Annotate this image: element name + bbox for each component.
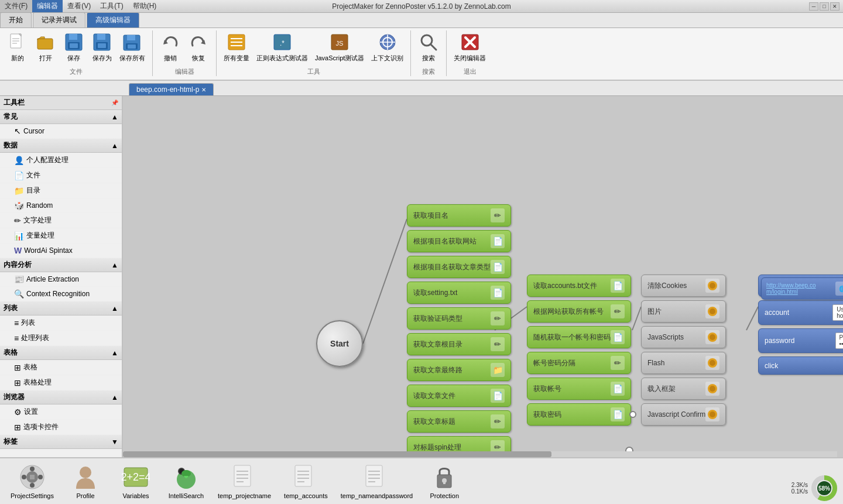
h-scrollbar-thumb[interactable] (123, 451, 551, 457)
bottom-item-projectsettings[interactable]: ProjectSettings (6, 461, 59, 502)
sidebar-item-dir[interactable]: 📁 目录 (0, 183, 122, 198)
node-get-account[interactable]: 获取帐号 📄 (527, 378, 631, 400)
file-section-label: 文件 (70, 67, 83, 76)
tab-project[interactable]: beep.com-en-html-p ✕ (129, 83, 214, 95)
node-javascripts-icon (705, 330, 719, 344)
menu-tabs: 开始 记录并调试 高级编辑器 (0, 13, 843, 28)
menu-help[interactable]: 帮助(H) (128, 0, 162, 12)
node-login-url-block[interactable]: http://www.beep.com/login.html 🌐 (761, 277, 843, 300)
minimize-button[interactable]: ─ (809, 2, 818, 11)
node-get-article-type[interactable]: 根据项目名获取文章类型 📄 (407, 256, 511, 278)
sidebar-item-settings[interactable]: ⚙ 设置 (0, 404, 122, 420)
saveas-button[interactable]: 保存为 (89, 30, 115, 64)
sidebar-item-table[interactable]: ⊞ 表格 (0, 360, 122, 375)
sidebar-item-random[interactable]: 🎲 Random (0, 198, 122, 213)
save-button[interactable]: 保存 (61, 30, 87, 64)
profile-icon (71, 463, 100, 491)
node-images[interactable]: 图片 (641, 300, 726, 323)
node-click-field[interactable]: click ··· (758, 356, 843, 375)
node-get-all-accounts[interactable]: 根据网站获取所有帐号 ✏ (527, 300, 631, 323)
node-get-password-icon: 📄 (611, 407, 625, 421)
node-read-setting[interactable]: 读取setting.txt 📄 (407, 282, 511, 304)
sidebar-category-table[interactable]: 表格 ▲ (0, 346, 122, 360)
tab-advanced-editor[interactable]: 高级编辑器 (87, 12, 139, 28)
menu-tools[interactable]: 工具(T) (95, 0, 128, 12)
text-label: 文字处理 (23, 215, 52, 225)
sidebar-item-file[interactable]: 📄 文件 (0, 168, 122, 183)
node-javascripts[interactable]: JavaScripts (641, 326, 726, 348)
open-button[interactable]: 打开 (33, 30, 59, 64)
close-button[interactable]: ✕ (830, 2, 839, 11)
node-js-confirm[interactable]: Javascript Confirm (641, 403, 726, 426)
node-get-article-title[interactable]: 获取文章标题 ✏ (407, 410, 511, 433)
node-password-field[interactable]: password Passe•••• (758, 328, 843, 353)
node-load-frame[interactable]: 载入框架 (641, 378, 726, 400)
bottom-item-temp-namepassword[interactable]: temp_nameandpassword (336, 461, 418, 502)
node-flash[interactable]: Flash (641, 352, 726, 374)
process-list-label: 处理列表 (21, 333, 49, 343)
node-get-article-root[interactable]: 获取文章根目录 ✏ (407, 333, 511, 355)
sidebar-item-list[interactable]: ≡ 列表 (0, 316, 122, 331)
node-clear-cookies[interactable]: 清除Cookies (641, 275, 726, 297)
menu-view[interactable]: 查看(V) (63, 0, 95, 12)
bottom-panel: ProjectSettings Profile 2+2=4 Variables (0, 457, 843, 504)
node-get-captcha-type[interactable]: 获取验证码类型 ✏ (407, 307, 511, 330)
toolbar-editor-buttons: 撤销 恢复 (157, 30, 211, 64)
canvas-area[interactable]: Start 获取项目名 ✏ 根据项目名获取网站 📄 根据项目名获取文章类型 📄 … (123, 96, 843, 457)
tab-start[interactable]: 开始 (0, 12, 32, 28)
sidebar-category-common[interactable]: 常见 ▲ (0, 110, 122, 124)
sidebar-item-context-recognition[interactable]: 🔍 Context Recognition (0, 287, 122, 301)
jstest-button[interactable]: JS JavaScript测试器 (313, 30, 366, 64)
sidebar-item-tabs-ctrl[interactable]: ⊞ 选项卡控件 (0, 420, 122, 435)
menu-editor[interactable]: 编辑器 (32, 0, 63, 12)
node-get-article-final[interactable]: 获取文章最终路 📁 (407, 359, 511, 381)
bottom-item-temp-accounts[interactable]: temp_accounts (279, 461, 333, 502)
node-read-accounts[interactable]: 读取accounts.bt文件 📄 (527, 275, 631, 297)
sidebar-category-browser[interactable]: 浏览器 ▲ (0, 390, 122, 404)
maximize-button[interactable]: □ (820, 2, 829, 11)
sidebar-item-cursor[interactable]: ↖ Cursor (0, 124, 122, 139)
sidebar-category-list[interactable]: 列表 ▲ (0, 301, 122, 316)
bottom-item-temp-projectname[interactable]: temp_projectname (213, 461, 276, 502)
redo-button[interactable]: 恢复 (186, 30, 211, 64)
bottom-item-intellisearch[interactable]: IntelliSearch (163, 461, 210, 502)
node-get-article-final-icon: 📁 (491, 363, 505, 377)
bottom-item-protection[interactable]: Protection (421, 461, 468, 502)
search-toolbar-button[interactable]: 搜索 (416, 30, 441, 64)
context-button[interactable]: 上下文识别 (369, 30, 406, 64)
regex-button[interactable]: .* 正则表达式测试器 (254, 30, 310, 64)
sidebar-category-data[interactable]: 数据 ▲ (0, 139, 122, 153)
bottom-item-profile[interactable]: Profile (62, 461, 109, 502)
sidebar-item-process-list[interactable]: ≡ 处理列表 (0, 331, 122, 346)
tab-debug[interactable]: 记录并调试 (33, 12, 85, 28)
node-account-field[interactable]: account Usernahow! (758, 300, 843, 325)
saveall-button[interactable]: 保存所有 (117, 30, 148, 64)
allvars-button[interactable]: 所有变量 (221, 30, 252, 64)
menu-file[interactable]: 文件(F) (0, 0, 32, 12)
title-bar: 文件(F) 编辑器 查看(V) 工具(T) 帮助(H) ProjectMaker… (0, 0, 843, 13)
sidebar-item-wordai[interactable]: W WordAi Spintax (0, 244, 122, 258)
h-scrollbar[interactable] (123, 451, 837, 457)
close-editor-button[interactable]: 关闭编辑器 (451, 30, 488, 64)
node-get-random-account[interactable]: 随机获取一个帐号和密码 📄 (527, 326, 631, 348)
node-read-article[interactable]: 读取文章文件 📄 (407, 385, 511, 407)
sidebar-category-content[interactable]: 内容分析 ▲ (0, 258, 122, 272)
node-get-project-name[interactable]: 获取项目名 ✏ (407, 204, 511, 227)
bottom-item-variables[interactable]: 2+2=4 Variables (112, 461, 159, 502)
node-get-site-by-name[interactable]: 根据项目名获取网站 📄 (407, 230, 511, 252)
sidebar-item-table-process[interactable]: ⊞ 表格处理 (0, 375, 122, 390)
sidebar-item-article-extraction[interactable]: 📰 Article Extraction (0, 272, 122, 287)
node-password-field-label: password (765, 337, 794, 345)
start-node[interactable]: Start (316, 320, 363, 367)
sidebar-item-personal[interactable]: 👤 个人配置处理 (0, 153, 122, 168)
node-get-password[interactable]: 获取密码 📄 (527, 403, 631, 426)
sidebar-category-tags[interactable]: 标签 ▼ (0, 435, 122, 449)
node-split-account[interactable]: 帐号密码分隔 ✏ (527, 352, 631, 374)
new-button[interactable]: 新的 (5, 30, 30, 64)
sidebar-item-var[interactable]: 📊 变量处理 (0, 228, 122, 244)
node-get-project-name-icon: ✏ (491, 208, 505, 222)
tab-close-button[interactable]: ✕ (201, 87, 206, 93)
node-get-captcha-type-label: 获取验证码类型 (413, 314, 462, 324)
undo-button[interactable]: 撤销 (157, 30, 183, 64)
sidebar-item-text[interactable]: ✏ 文字处理 (0, 213, 122, 228)
